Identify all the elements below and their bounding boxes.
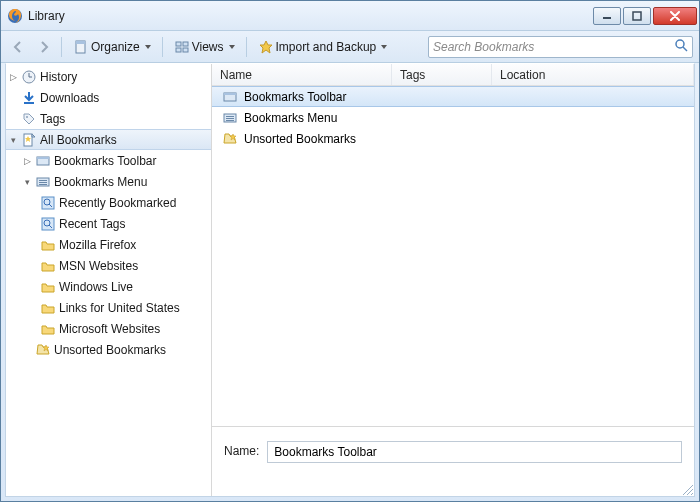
tree-label: Unsorted Bookmarks <box>54 343 166 357</box>
svg-rect-2 <box>633 12 641 20</box>
list-row[interactable]: Unsorted Bookmarks <box>212 128 694 149</box>
tree-item-bookmarks-menu[interactable]: ▾ Bookmarks Menu <box>6 171 211 192</box>
tree-item-links-us[interactable]: Links for United States <box>6 297 211 318</box>
separator <box>61 37 62 57</box>
column-name[interactable]: Name <box>212 64 392 85</box>
tree-item-bookmarks-toolbar[interactable]: ▷ Bookmarks Toolbar <box>6 150 211 171</box>
svg-rect-6 <box>183 42 188 46</box>
search-placeholder: Search Bookmarks <box>433 40 674 54</box>
tree-item-unsorted-bookmarks[interactable]: Unsorted Bookmarks <box>6 339 211 360</box>
search-folder-icon <box>40 195 56 211</box>
name-field-label: Name: <box>224 441 259 458</box>
tree-label: Mozilla Firefox <box>59 238 136 252</box>
forward-button[interactable] <box>33 36 55 58</box>
tree-label: History <box>40 70 77 84</box>
tree-item-recently-bookmarked[interactable]: Recently Bookmarked <box>6 192 211 213</box>
tree-item-windows-live[interactable]: Windows Live <box>6 276 211 297</box>
tree-item-microsoft-websites[interactable]: Microsoft Websites <box>6 318 211 339</box>
tree-label: Microsoft Websites <box>59 322 160 336</box>
expander-icon: ▷ <box>22 156 32 166</box>
svg-rect-1 <box>603 17 611 19</box>
toolbar: Organize Views Import and Backup Search … <box>1 31 699 63</box>
back-button[interactable] <box>7 36 29 58</box>
firefox-icon <box>7 8 23 24</box>
folder-icon <box>40 237 56 253</box>
menu-folder-icon <box>35 174 51 190</box>
svg-rect-8 <box>183 48 188 52</box>
chevron-down-icon <box>381 45 387 49</box>
svg-rect-34 <box>226 116 234 117</box>
import-backup-menu[interactable]: Import and Backup <box>253 37 393 57</box>
organize-menu[interactable]: Organize <box>68 37 156 57</box>
svg-rect-5 <box>176 42 181 46</box>
tag-icon <box>21 111 37 127</box>
tree-label: Downloads <box>40 91 99 105</box>
separator <box>162 37 163 57</box>
tree-item-all-bookmarks[interactable]: ▾ All Bookmarks <box>6 129 211 150</box>
tree-label: Links for United States <box>59 301 180 315</box>
svg-rect-36 <box>226 120 234 121</box>
column-location[interactable]: Location <box>492 64 694 85</box>
list-row[interactable]: Bookmarks Toolbar <box>212 86 694 107</box>
clock-icon <box>21 69 37 85</box>
list-row[interactable]: Bookmarks Menu <box>212 107 694 128</box>
titlebar: Library <box>1 1 699 31</box>
tree-label: Bookmarks Toolbar <box>54 154 157 168</box>
expander-icon: ▾ <box>8 135 18 145</box>
organize-label: Organize <box>91 40 140 54</box>
toolbar-folder-icon <box>222 89 238 105</box>
main-panel: Name Tags Location Bookmarks Toolbar Boo… <box>212 64 694 496</box>
bookmark-list: Bookmarks Toolbar Bookmarks Menu Unsorte… <box>212 86 694 426</box>
library-window: Library Organize <box>0 0 700 502</box>
svg-rect-19 <box>37 157 49 159</box>
close-button[interactable] <box>653 7 697 25</box>
tree-item-downloads[interactable]: Downloads <box>6 87 211 108</box>
svg-point-14 <box>26 116 28 118</box>
maximize-button[interactable] <box>623 7 651 25</box>
separator <box>246 37 247 57</box>
svg-line-40 <box>691 493 693 495</box>
tree-label: Recently Bookmarked <box>59 196 176 210</box>
tree-item-mozilla-firefox[interactable]: Mozilla Firefox <box>6 234 211 255</box>
views-icon <box>174 39 190 55</box>
column-headers: Name Tags Location <box>212 64 694 86</box>
svg-rect-22 <box>39 182 47 183</box>
places-tree: ▷ History Downloads <box>6 64 211 362</box>
column-tags[interactable]: Tags <box>392 64 492 85</box>
search-folder-icon <box>40 216 56 232</box>
list-item-name: Unsorted Bookmarks <box>244 132 356 146</box>
svg-rect-13 <box>24 102 34 104</box>
chevron-down-icon <box>229 45 235 49</box>
folder-icon <box>40 321 56 337</box>
tree-label: Tags <box>40 112 65 126</box>
svg-rect-32 <box>224 93 236 95</box>
name-field[interactable] <box>267 441 682 463</box>
list-item-name: Bookmarks Menu <box>244 111 337 125</box>
window-title: Library <box>28 9 593 23</box>
tree-item-history[interactable]: ▷ History <box>6 66 211 87</box>
tree-item-msn-websites[interactable]: MSN Websites <box>6 255 211 276</box>
menu-folder-icon <box>222 110 238 126</box>
details-pane: Name: <box>212 426 694 496</box>
unsorted-icon <box>222 131 238 147</box>
chevron-down-icon <box>145 45 151 49</box>
resize-grip[interactable] <box>680 482 694 496</box>
expander-icon: ▾ <box>22 177 32 187</box>
organize-icon <box>73 39 89 55</box>
views-menu[interactable]: Views <box>169 37 240 57</box>
tree-item-recent-tags[interactable]: Recent Tags <box>6 213 211 234</box>
sidebar: ▷ History Downloads <box>6 64 212 496</box>
svg-line-11 <box>683 47 687 51</box>
svg-marker-9 <box>260 41 272 53</box>
minimize-button[interactable] <box>593 7 621 25</box>
tree-item-tags[interactable]: Tags <box>6 108 211 129</box>
folder-icon <box>40 300 56 316</box>
unsorted-icon <box>35 342 51 358</box>
search-input[interactable]: Search Bookmarks <box>428 36 693 58</box>
svg-rect-21 <box>39 180 47 181</box>
svg-rect-7 <box>176 48 181 52</box>
tree-label: MSN Websites <box>59 259 138 273</box>
folder-icon <box>40 258 56 274</box>
svg-rect-23 <box>39 184 47 185</box>
svg-rect-4 <box>76 41 85 44</box>
